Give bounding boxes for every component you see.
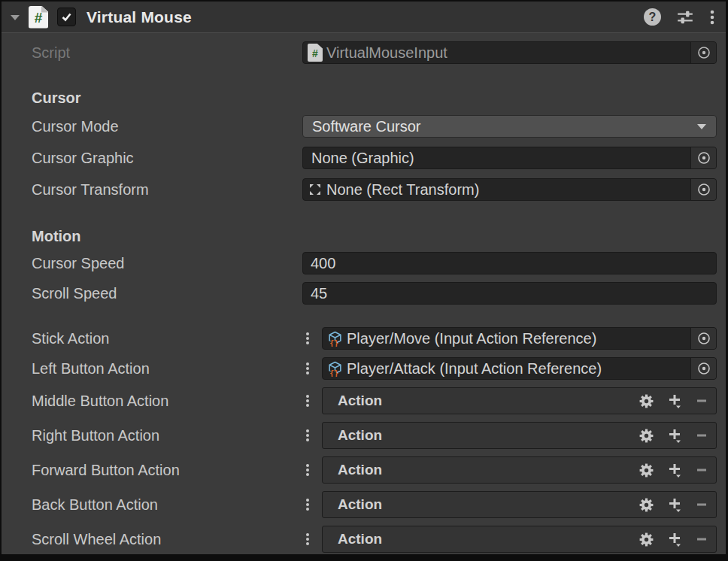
- action-settings-button[interactable]: [639, 532, 654, 547]
- cursor-transform-row: Cursor Transform None (Rect Transform): [2, 178, 726, 201]
- cursor-speed-label: Cursor Speed: [32, 255, 302, 272]
- context-menu-button[interactable]: [709, 8, 715, 26]
- back-button-action-label: Back Button Action: [32, 496, 302, 514]
- left-button-action-picker-button[interactable]: [690, 358, 716, 379]
- action-drawer-title: Action: [338, 462, 382, 478]
- script-label: Script: [32, 44, 302, 62]
- middle-button-action-options-button[interactable]: [302, 394, 313, 408]
- cursor-graphic-picker-button[interactable]: [690, 147, 716, 168]
- kebab-menu-icon: [305, 498, 310, 511]
- left-button-action-options-button[interactable]: [302, 362, 313, 375]
- action-add-binding-button[interactable]: [666, 531, 683, 547]
- right-button-action-drawer[interactable]: Action: [322, 422, 717, 449]
- presets-sliders-icon: [676, 8, 694, 26]
- middle-button-action-label: Middle Button Action: [32, 393, 302, 410]
- cursor-speed-row: Cursor Speed: [2, 252, 726, 274]
- presets-button[interactable]: [676, 8, 694, 26]
- component-enabled-checkbox[interactable]: [57, 8, 76, 26]
- kebab-menu-icon: [305, 429, 310, 442]
- gear-icon: [639, 497, 654, 513]
- scroll-speed-input[interactable]: [311, 285, 708, 302]
- motion-section-title: Motion: [2, 228, 726, 244]
- svg-text:{}: {}: [329, 339, 338, 347]
- action-drawer-title: Action: [338, 531, 382, 547]
- cursor-mode-value: Software Cursor: [312, 118, 421, 135]
- stick-action-options-button[interactable]: [302, 332, 313, 345]
- plus-dropdown-icon: [666, 393, 683, 409]
- chevron-down-icon: [696, 123, 707, 130]
- object-picker-icon: [696, 150, 711, 165]
- minus-icon: [695, 498, 708, 511]
- help-icon: ?: [644, 8, 661, 26]
- object-picker-icon: [696, 331, 711, 346]
- minus-icon: [695, 429, 708, 442]
- object-picker-icon: [696, 361, 711, 376]
- middle-button-action-drawer[interactable]: Action: [322, 387, 717, 414]
- cursor-speed-field: [302, 252, 717, 274]
- cursor-mode-row: Cursor Mode Software Cursor: [2, 115, 726, 138]
- input-action-asset-icon: {}: [327, 331, 343, 347]
- action-drawer-title: Action: [338, 427, 382, 444]
- cursor-transform-object-field[interactable]: None (Rect Transform): [302, 178, 717, 201]
- plus-dropdown-icon: [666, 531, 683, 547]
- action-remove-button[interactable]: [695, 463, 708, 477]
- cursor-transform-picker-button[interactable]: [690, 179, 716, 200]
- input-action-asset-icon: {}: [327, 361, 343, 377]
- back-button-action-options-button[interactable]: [302, 498, 313, 511]
- action-remove-button[interactable]: [695, 394, 708, 408]
- script-object-value: VirtualMouseInput: [326, 44, 447, 62]
- forward-button-action-options-button[interactable]: [302, 463, 313, 477]
- forward-button-action-row: Forward Button Action Action: [2, 456, 726, 484]
- gear-icon: [639, 462, 654, 478]
- kebab-menu-icon: [305, 332, 310, 345]
- action-add-binding-button[interactable]: [666, 496, 683, 513]
- action-add-binding-button[interactable]: [666, 393, 683, 409]
- stick-action-object-field[interactable]: {} Player/Move (Input Action Reference): [322, 327, 717, 350]
- cursor-speed-input[interactable]: [311, 255, 708, 272]
- scroll-speed-row: Scroll Speed: [2, 282, 726, 305]
- action-settings-button[interactable]: [639, 462, 654, 478]
- kebab-menu-icon: [305, 362, 310, 375]
- minus-icon: [695, 463, 708, 477]
- back-button-action-drawer[interactable]: Action: [322, 491, 717, 518]
- minus-icon: [695, 532, 708, 546]
- cursor-transform-value: None (Rect Transform): [326, 181, 479, 199]
- action-settings-button[interactable]: [639, 428, 654, 444]
- object-picker-icon: [696, 182, 711, 197]
- kebab-menu-icon: [709, 8, 715, 26]
- cursor-mode-dropdown[interactable]: Software Cursor: [302, 115, 717, 138]
- rect-transform-icon: [308, 182, 323, 197]
- kebab-menu-icon: [305, 463, 310, 477]
- scroll-speed-label: Scroll Speed: [32, 285, 302, 302]
- right-button-action-options-button[interactable]: [302, 429, 313, 442]
- script-row: Script # VirtualMouseInput: [2, 41, 726, 64]
- right-button-action-row: Right Button Action Action: [2, 422, 726, 449]
- stick-action-picker-button[interactable]: [690, 328, 716, 349]
- cursor-graphic-object-field[interactable]: None (Graphic): [302, 147, 717, 169]
- right-button-action-label: Right Button Action: [32, 427, 302, 444]
- action-settings-button[interactable]: [639, 393, 654, 409]
- action-remove-button[interactable]: [695, 532, 708, 546]
- forward-button-action-drawer[interactable]: Action: [322, 456, 717, 484]
- action-remove-button[interactable]: [695, 498, 708, 511]
- gear-icon: [639, 393, 654, 409]
- component-header: # Virtual Mouse ?: [2, 2, 726, 33]
- foldout-arrow-icon[interactable]: [9, 11, 21, 23]
- plus-dropdown-icon: [666, 496, 683, 513]
- gear-icon: [639, 532, 654, 547]
- scroll-wheel-action-options-button[interactable]: [302, 532, 313, 546]
- left-button-action-row: Left Button Action {} Player/Attack (Inp…: [2, 357, 726, 380]
- left-button-action-value: Player/Attack (Input Action Reference): [347, 360, 602, 378]
- action-add-binding-button[interactable]: [666, 462, 683, 478]
- stick-action-label: Stick Action: [32, 330, 302, 347]
- script-object-picker-button[interactable]: [690, 42, 716, 63]
- action-settings-button[interactable]: [639, 497, 654, 513]
- action-add-binding-button[interactable]: [666, 427, 683, 444]
- left-button-action-object-field[interactable]: {} Player/Attack (Input Action Reference…: [322, 357, 717, 380]
- object-picker-icon: [696, 45, 711, 60]
- help-button[interactable]: ?: [644, 8, 661, 26]
- action-remove-button[interactable]: [695, 429, 708, 442]
- scroll-wheel-action-drawer[interactable]: Action: [322, 526, 717, 553]
- unity-inspector-window: # Virtual Mouse ?: [0, 0, 728, 561]
- action-drawer-title: Action: [338, 496, 382, 513]
